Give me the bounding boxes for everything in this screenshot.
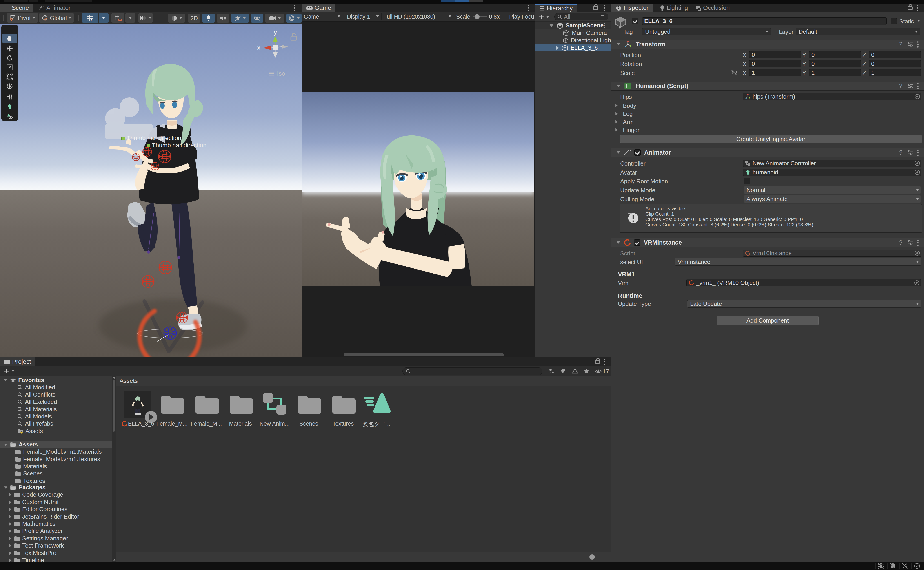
svg-text:x: x: [257, 44, 261, 51]
svg-text:y: y: [274, 28, 277, 36]
svg-text:Y: Y: [90, 18, 92, 21]
